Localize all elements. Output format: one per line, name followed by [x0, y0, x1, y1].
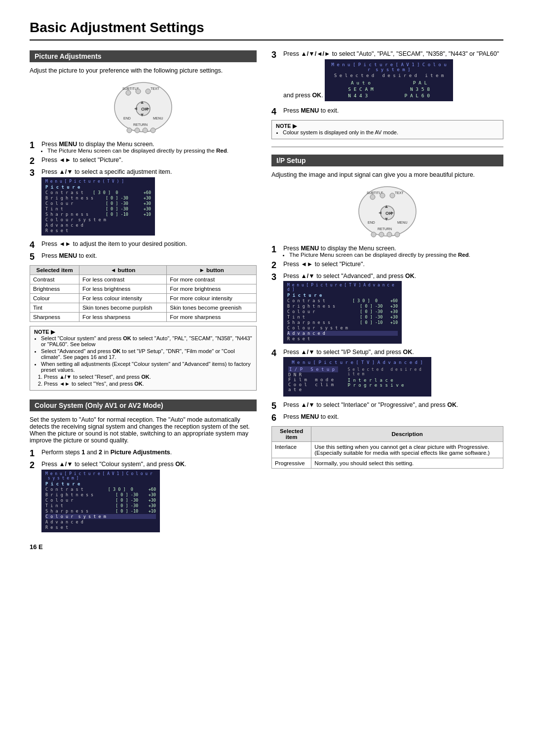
menu-coloursys-label: P i c t u r e — [45, 481, 156, 486]
menu-ip-left: I / P S e t u p D N R F i l m m o d e C … — [288, 366, 338, 392]
svg-point-34 — [371, 232, 376, 237]
ip-step-5-content: Press ▲/▼ to select "Interlace" or "Prog… — [283, 401, 503, 408]
note-ol: Press ▲/▼ to select "Reset", and press O… — [34, 374, 252, 387]
svg-text:▲: ▲ — [140, 99, 145, 105]
table-row: Tint Skin tones become purplish Skin ton… — [30, 303, 257, 313]
left-column: Picture Adjustments Adjust the picture t… — [30, 50, 257, 551]
note-colour-item: Colour system is displayed only in the A… — [283, 129, 499, 135]
col-right-button: ► button — [167, 266, 257, 275]
mrow-brightness2: B r i g h t n e s s[ 0 ] -30 +30 — [45, 492, 156, 497]
menu-colour-subheader: S e l e c t e d d e s i r e d i t e m — [330, 73, 448, 78]
ip-remote-illustration: SUBTITLE TEXT OK ▲ ▼ ◄ ► END MENU RETURN — [271, 183, 503, 240]
svg-text:RETURN: RETURN — [133, 123, 148, 126]
ip-step-4-num: 4 — [271, 349, 280, 358]
svg-text:◄: ◄ — [378, 210, 382, 215]
svg-point-17 — [143, 128, 148, 133]
svg-point-18 — [151, 128, 155, 133]
ip-remote-svg: SUBTITLE TEXT OK ▲ ▼ ◄ ► END MENU RETURN — [353, 183, 422, 240]
step-4-num: 4 — [30, 240, 38, 249]
ip-step-1-content: Press MENU to display the Menu screen. T… — [283, 245, 503, 258]
mrow-colour2: C o l o u r[ 0 ] -30 +30 — [45, 498, 156, 503]
svg-point-21 — [370, 195, 375, 199]
menu-row-advanced: A d v a n c e d — [45, 223, 151, 228]
menu-row-sharpness: S h a r p n e s s[ 0 ] -10 +10 — [45, 212, 151, 217]
ip-step-3: 3 Press ▲/▼ to select "Advanced", and pr… — [271, 273, 503, 346]
svg-text:►: ► — [390, 210, 395, 215]
svg-text:END: END — [368, 221, 375, 224]
remote-svg: SUBTITLE TEXT OK ▲ ▼ ◄ ► END MENU — [109, 79, 178, 136]
svg-point-37 — [395, 232, 400, 237]
mrow-contrast2: C o n t r a s t[ 3 0 ] 0 +60 — [45, 487, 156, 492]
ip-step-4-content: Press ▲/▼ to select "I/P Setup", and pre… — [283, 349, 503, 398]
mrow-adv-tint: T i n t[ 0 ] -30 +30 — [287, 315, 398, 319]
ip-step-5: 5 Press ▲/▼ to select "Interlace" or "Pr… — [271, 401, 503, 410]
ip-step-4: 4 Press ▲/▼ to select "I/P Setup", and p… — [271, 349, 503, 398]
step-1-content: Press MENU to display the Menu screen. T… — [41, 141, 257, 154]
menu-colour-selection: M e n u [ P i c t u r e [ A V 1 ] C o l … — [325, 59, 453, 101]
page-title: Basic Adjustment Settings — [30, 20, 503, 40]
ip-step-1: 1 Press MENU to display the Menu screen.… — [271, 245, 503, 258]
menu-row-tint: T i n t[ 0 ] -30 +30 — [45, 206, 151, 211]
menu-ip-rows: I / P S e t u p D N R F i l m m o d e C … — [288, 366, 426, 392]
desc-col-desc: Description — [311, 427, 503, 442]
table-row: Interlace Use this setting when you cann… — [272, 442, 503, 458]
menu-coloursys-header: M e n u [ P i c t u r e [ A V 1 ] C o l … — [45, 472, 156, 480]
menu-ip-header: M e n u [ P i c t u r e [ T V ] A d v a … — [288, 360, 426, 365]
step-1-sub: The Picture Menu screen can be displayed… — [47, 148, 257, 154]
cs-step-2: 2 Press ▲/▼ to select "Colour system", a… — [30, 461, 257, 534]
menu-colour-row2: S E C A M N 3 5 8 — [330, 86, 448, 92]
mrow-adv-colour: C o l o u r[ 0 ] -30 +30 — [287, 309, 398, 314]
step-4: 4 Press ◄► to adjust the item to your de… — [30, 240, 257, 249]
svg-point-15 — [127, 128, 132, 133]
mrow-adv-advanced: A d v a n c e d — [287, 331, 398, 336]
divider — [271, 147, 503, 147]
note-box-colour: NOTE ▶ Colour system is displayed only i… — [271, 120, 503, 139]
menu-colour-row3: N 4 4 3 P A L 6 0 — [330, 93, 448, 98]
mrow-adv-reset: R e s e t — [287, 336, 398, 341]
svg-point-3 — [136, 89, 141, 94]
mrow-reset2: R e s e t — [45, 525, 156, 530]
step-2-num: 2 — [30, 157, 38, 165]
cs-right-step-3-content: Press ▲/▼/◄/► to select "Auto", "PAL", "… — [283, 50, 503, 103]
mrow-coloursys2: C o l o u r s y s t e m — [45, 514, 156, 519]
note-ol-item: Press ◄► to select "Yes", and press OK. — [44, 381, 252, 387]
svg-point-36 — [387, 232, 392, 237]
mrow-adv-contrast: C o n t r a s t[ 3 0 ] 0 +60 — [287, 298, 398, 303]
svg-text:TEXT: TEXT — [395, 191, 404, 195]
desc-col-item: Selected item — [272, 427, 311, 442]
mrow-adv-coloursys: C o l o u r s y s t e m — [287, 325, 398, 330]
svg-text:END: END — [123, 117, 131, 120]
ip-step-2: 2 Press ◄► to select "Picture". — [271, 261, 503, 270]
mrow-sharp2: S h a r p n e s s[ 0 ] -10 +10 — [45, 509, 156, 514]
menu-adv-header: M e n u [ P i c t u r e [ T V ] A d v a … — [287, 283, 398, 292]
ip-selected-label: S e l e c t e d d e s i r e d i t e m — [348, 367, 426, 376]
table-row: Contrast For less contrast For more cont… — [30, 275, 257, 284]
mrow-adv-sharp: S h a r p n e s s[ 0 ] -10 +10 — [287, 320, 398, 325]
svg-point-23 — [390, 193, 395, 198]
svg-text:◄: ◄ — [133, 106, 138, 111]
ip-step-3-content: Press ▲/▼ to select "Advanced", and pres… — [283, 273, 503, 346]
menu-row-colour: C o l o u r[ 0 ] -30 +30 — [45, 201, 151, 206]
colour-option-secam: S E C A M — [348, 86, 373, 92]
svg-text:▼: ▼ — [140, 112, 145, 118]
page-number: 16 E — [30, 543, 257, 551]
menu-colour-sel-header: M e n u [ P i c t u r e [ A V 1 ] C o l … — [330, 62, 448, 72]
remote-illustration: SUBTITLE TEXT OK ▲ ▼ ◄ ► END MENU — [30, 79, 257, 136]
table-row: Colour For less colour intensity For mor… — [30, 294, 257, 303]
svg-text:►: ► — [146, 106, 151, 111]
menu-row-brightness: B r i g h t n e s s[ 0 ] -30 +30 — [45, 196, 151, 200]
svg-point-2 — [126, 90, 131, 95]
ip-setup-section: I/P Setup Adjusting the image and input … — [271, 155, 503, 469]
svg-point-16 — [135, 128, 140, 133]
menu-picture-header: M e n u [ P i c t u r e ( T V ) ] — [45, 179, 151, 184]
cs-right-step-4-num: 4 — [271, 107, 280, 116]
note-list: Select "Colour system" and press OK to s… — [34, 335, 252, 373]
cs-right-step-3: 3 Press ▲/▼/◄/► to select "Auto", "PAL",… — [271, 50, 503, 103]
adjustment-table: Selected item ◄ button ► button Contrast… — [30, 265, 257, 322]
cs-right-step-4: 4 Press MENU to exit. — [271, 107, 503, 116]
menu-row-contrast: C o n t r a s t[ 3 0 ] 0 +60 — [45, 190, 151, 195]
svg-text:▲: ▲ — [384, 203, 389, 209]
ip-step-2-num: 2 — [271, 261, 280, 270]
cs-right-step-4-content: Press MENU to exit. — [283, 107, 503, 114]
menu-advanced-tv: M e n u [ P i c t u r e [ T V ] A d v a … — [283, 281, 402, 344]
